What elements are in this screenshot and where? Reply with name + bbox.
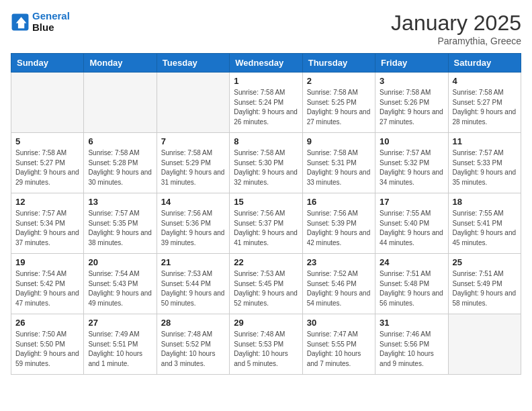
day-number: 3: [380, 76, 443, 86]
week-row-1: 1Sunrise: 7:58 AM Sunset: 5:24 PM Daylig…: [11, 73, 521, 133]
day-number: 28: [161, 318, 225, 328]
day-info: Sunrise: 7:55 AM Sunset: 5:40 PM Dayligh…: [380, 209, 443, 248]
day-number: 17: [380, 197, 443, 207]
week-row-5: 26Sunrise: 7:50 AM Sunset: 5:50 PM Dayli…: [11, 314, 521, 375]
day-info: Sunrise: 7:58 AM Sunset: 5:31 PM Dayligh…: [307, 148, 371, 187]
calendar-cell: 3Sunrise: 7:58 AM Sunset: 5:26 PM Daylig…: [375, 73, 448, 133]
calendar-cell: 4Sunrise: 7:58 AM Sunset: 5:27 PM Daylig…: [448, 73, 521, 133]
day-info: Sunrise: 7:50 AM Sunset: 5:50 PM Dayligh…: [15, 330, 79, 369]
day-info: Sunrise: 7:46 AM Sunset: 5:56 PM Dayligh…: [380, 330, 443, 369]
calendar-cell: 13Sunrise: 7:57 AM Sunset: 5:35 PM Dayli…: [84, 193, 157, 254]
calendar-cell: [11, 73, 84, 133]
day-info: Sunrise: 7:57 AM Sunset: 5:35 PM Dayligh…: [88, 209, 152, 248]
day-number: 26: [15, 318, 79, 328]
day-info: Sunrise: 7:51 AM Sunset: 5:49 PM Dayligh…: [453, 269, 517, 308]
weekday-header-monday: Monday: [84, 54, 157, 73]
day-number: 7: [161, 136, 225, 146]
week-row-2: 5Sunrise: 7:58 AM Sunset: 5:27 PM Daylig…: [11, 133, 521, 193]
day-info: Sunrise: 7:56 AM Sunset: 5:37 PM Dayligh…: [234, 209, 298, 248]
day-number: 5: [15, 136, 79, 146]
day-number: 10: [380, 136, 443, 146]
calendar-table: SundayMondayTuesdayWednesdayThursdayFrid…: [11, 53, 521, 375]
day-number: 18: [453, 197, 517, 207]
calendar-cell: 7Sunrise: 7:58 AM Sunset: 5:29 PM Daylig…: [157, 133, 229, 193]
day-number: 11: [453, 136, 517, 146]
day-number: 13: [88, 197, 152, 207]
day-number: 2: [307, 76, 371, 86]
calendar-cell: 15Sunrise: 7:56 AM Sunset: 5:37 PM Dayli…: [230, 193, 302, 254]
calendar-cell: 9Sunrise: 7:58 AM Sunset: 5:31 PM Daylig…: [302, 133, 375, 193]
day-info: Sunrise: 7:58 AM Sunset: 5:29 PM Dayligh…: [161, 148, 225, 187]
day-number: 29: [234, 318, 298, 328]
day-info: Sunrise: 7:53 AM Sunset: 5:44 PM Dayligh…: [161, 269, 225, 308]
day-number: 15: [234, 197, 298, 207]
day-info: Sunrise: 7:55 AM Sunset: 5:41 PM Dayligh…: [453, 209, 517, 248]
calendar-cell: 18Sunrise: 7:55 AM Sunset: 5:41 PM Dayli…: [448, 193, 521, 254]
day-info: Sunrise: 7:58 AM Sunset: 5:24 PM Dayligh…: [234, 88, 298, 127]
calendar-cell: 16Sunrise: 7:56 AM Sunset: 5:39 PM Dayli…: [302, 193, 375, 254]
calendar-cell: [84, 73, 157, 133]
day-number: 23: [307, 257, 371, 267]
day-number: 6: [88, 136, 152, 146]
calendar-cell: 22Sunrise: 7:53 AM Sunset: 5:45 PM Dayli…: [230, 254, 302, 314]
day-number: 27: [88, 318, 152, 328]
day-number: 9: [307, 136, 371, 146]
day-number: 8: [234, 136, 298, 146]
day-info: Sunrise: 7:53 AM Sunset: 5:45 PM Dayligh…: [234, 269, 298, 308]
day-info: Sunrise: 7:58 AM Sunset: 5:30 PM Dayligh…: [234, 148, 298, 187]
calendar-cell: [448, 314, 521, 375]
calendar-cell: 30Sunrise: 7:47 AM Sunset: 5:55 PM Dayli…: [302, 314, 375, 375]
calendar-cell: 25Sunrise: 7:51 AM Sunset: 5:49 PM Dayli…: [448, 254, 521, 314]
calendar-cell: 6Sunrise: 7:58 AM Sunset: 5:28 PM Daylig…: [84, 133, 157, 193]
weekday-header-row: SundayMondayTuesdayWednesdayThursdayFrid…: [11, 54, 521, 73]
calendar-cell: 5Sunrise: 7:58 AM Sunset: 5:27 PM Daylig…: [11, 133, 84, 193]
page-header: General Blue January 2025 Paramythia, Gr…: [11, 11, 521, 46]
day-number: 12: [15, 197, 79, 207]
day-number: 21: [161, 257, 225, 267]
logo: General Blue: [11, 11, 70, 33]
calendar-cell: 21Sunrise: 7:53 AM Sunset: 5:44 PM Dayli…: [157, 254, 229, 314]
day-number: 14: [161, 197, 225, 207]
logo-icon: [11, 13, 30, 32]
week-row-3: 12Sunrise: 7:57 AM Sunset: 5:34 PM Dayli…: [11, 193, 521, 254]
day-number: 19: [15, 257, 79, 267]
weekday-header-sunday: Sunday: [11, 54, 84, 73]
calendar-cell: 28Sunrise: 7:48 AM Sunset: 5:52 PM Dayli…: [157, 314, 229, 375]
weekday-header-thursday: Thursday: [302, 54, 375, 73]
weekday-header-saturday: Saturday: [448, 54, 521, 73]
day-number: 1: [234, 76, 298, 86]
day-number: 31: [380, 318, 443, 328]
calendar-cell: 31Sunrise: 7:46 AM Sunset: 5:56 PM Dayli…: [375, 314, 448, 375]
day-info: Sunrise: 7:58 AM Sunset: 5:27 PM Dayligh…: [453, 88, 517, 127]
weekday-header-wednesday: Wednesday: [230, 54, 302, 73]
day-number: 20: [88, 257, 152, 267]
weekday-header-friday: Friday: [375, 54, 448, 73]
calendar-cell: 19Sunrise: 7:54 AM Sunset: 5:42 PM Dayli…: [11, 254, 84, 314]
day-info: Sunrise: 7:57 AM Sunset: 5:34 PM Dayligh…: [15, 209, 79, 248]
calendar-cell: 29Sunrise: 7:48 AM Sunset: 5:53 PM Dayli…: [230, 314, 302, 375]
logo-text: General Blue: [32, 11, 70, 33]
day-info: Sunrise: 7:47 AM Sunset: 5:55 PM Dayligh…: [307, 330, 371, 369]
calendar-cell: 20Sunrise: 7:54 AM Sunset: 5:43 PM Dayli…: [84, 254, 157, 314]
calendar-cell: 14Sunrise: 7:56 AM Sunset: 5:36 PM Dayli…: [157, 193, 229, 254]
weekday-header-tuesday: Tuesday: [157, 54, 229, 73]
day-info: Sunrise: 7:58 AM Sunset: 5:27 PM Dayligh…: [15, 148, 79, 187]
day-info: Sunrise: 7:58 AM Sunset: 5:25 PM Dayligh…: [307, 88, 371, 127]
day-info: Sunrise: 7:54 AM Sunset: 5:42 PM Dayligh…: [15, 269, 79, 308]
calendar-cell: 8Sunrise: 7:58 AM Sunset: 5:30 PM Daylig…: [230, 133, 302, 193]
calendar-cell: 23Sunrise: 7:52 AM Sunset: 5:46 PM Dayli…: [302, 254, 375, 314]
day-number: 30: [307, 318, 371, 328]
calendar-cell: 10Sunrise: 7:57 AM Sunset: 5:32 PM Dayli…: [375, 133, 448, 193]
day-info: Sunrise: 7:57 AM Sunset: 5:33 PM Dayligh…: [453, 148, 517, 187]
calendar-cell: 12Sunrise: 7:57 AM Sunset: 5:34 PM Dayli…: [11, 193, 84, 254]
day-info: Sunrise: 7:52 AM Sunset: 5:46 PM Dayligh…: [307, 269, 371, 308]
calendar-cell: 17Sunrise: 7:55 AM Sunset: 5:40 PM Dayli…: [375, 193, 448, 254]
day-info: Sunrise: 7:58 AM Sunset: 5:28 PM Dayligh…: [88, 148, 152, 187]
day-info: Sunrise: 7:51 AM Sunset: 5:48 PM Dayligh…: [380, 269, 443, 308]
day-info: Sunrise: 7:48 AM Sunset: 5:53 PM Dayligh…: [234, 330, 298, 369]
day-info: Sunrise: 7:48 AM Sunset: 5:52 PM Dayligh…: [161, 330, 225, 369]
title-block: January 2025 Paramythia, Greece: [391, 11, 521, 46]
calendar-cell: 26Sunrise: 7:50 AM Sunset: 5:50 PM Dayli…: [11, 314, 84, 375]
day-info: Sunrise: 7:54 AM Sunset: 5:43 PM Dayligh…: [88, 269, 152, 308]
calendar-cell: 27Sunrise: 7:49 AM Sunset: 5:51 PM Dayli…: [84, 314, 157, 375]
